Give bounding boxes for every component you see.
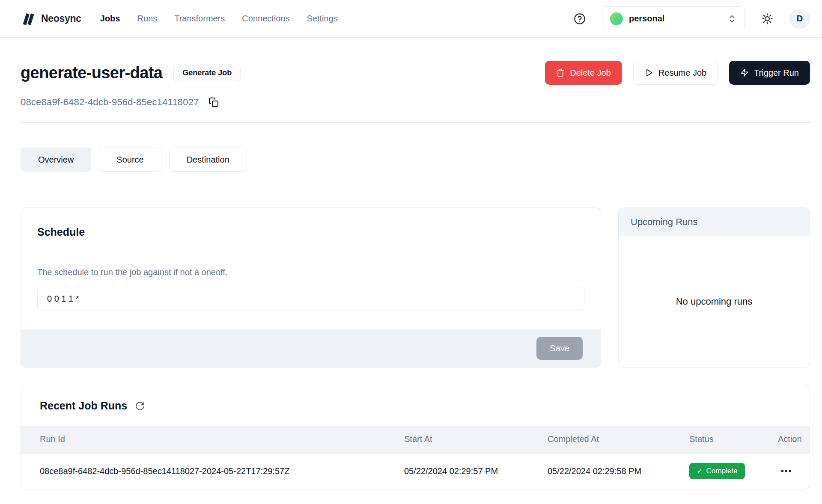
- no-upcoming-runs-message: No upcoming runs: [676, 296, 753, 307]
- job-id: 08ce8a9f-6482-4dcb-956d-85ec14118027: [21, 97, 199, 108]
- table-header-row: Run Id Start At Completed At Status Acti…: [21, 426, 810, 453]
- nav-item-connections[interactable]: Connections: [242, 14, 289, 24]
- upcoming-runs-body: No upcoming runs: [619, 236, 810, 367]
- column-run-id: Run Id: [21, 426, 404, 453]
- job-tabs: Overview Source Destination: [21, 148, 810, 172]
- page-header: generate-user-data Generate Job Delete J…: [21, 61, 810, 85]
- user-avatar[interactable]: D: [789, 9, 810, 29]
- column-completed-at: Completed At: [548, 426, 689, 453]
- play-icon: [645, 68, 653, 77]
- upcoming-runs-card: Upcoming Runs No upcoming runs: [618, 208, 810, 368]
- column-start-at: Start At: [404, 426, 548, 453]
- start-at-cell: 05/22/2024 02:29:57 PM: [404, 453, 548, 489]
- main-content: generate-user-data Generate Job Delete J…: [0, 61, 822, 489]
- sun-icon: [761, 13, 773, 25]
- navbar-right: personal D: [574, 6, 810, 31]
- account-avatar: [610, 12, 623, 25]
- trigger-run-button[interactable]: Trigger Run: [729, 61, 810, 85]
- tab-destination[interactable]: Destination: [169, 148, 247, 172]
- header-divider: [21, 122, 810, 123]
- resume-job-button[interactable]: Resume Job: [633, 61, 718, 85]
- upcoming-runs-header: Upcoming Runs: [619, 208, 810, 236]
- job-type-badge: Generate Job: [173, 64, 241, 82]
- chevrons-up-down-icon: [727, 14, 737, 24]
- nav-item-runs[interactable]: Runs: [137, 14, 157, 24]
- copy-job-id-button[interactable]: [208, 97, 219, 107]
- refresh-icon: [135, 401, 145, 411]
- save-button[interactable]: Save: [536, 337, 583, 360]
- page-title: generate-user-data: [21, 64, 162, 82]
- schedule-card-body: Schedule The schedule to run the job aga…: [21, 208, 601, 329]
- tab-overview[interactable]: Overview: [21, 148, 91, 172]
- help-circle-icon: [574, 13, 586, 25]
- lightning-icon: [740, 68, 749, 77]
- theme-toggle-button[interactable]: [761, 13, 773, 25]
- page-title-group: generate-user-data Generate Job: [21, 64, 241, 82]
- top-navbar: Neosync Jobs Runs Transformers Connectio…: [0, 0, 822, 38]
- job-id-row: 08ce8a9f-6482-4dcb-956d-85ec14118027: [21, 97, 810, 108]
- page-actions: Delete Job Resume Job Trigger Run: [545, 61, 810, 85]
- column-status: Status: [689, 426, 778, 453]
- help-button[interactable]: [574, 13, 586, 25]
- brand-name: Neosync: [41, 13, 81, 24]
- recent-job-runs-card: Recent Job Runs Run Id Start At Complete…: [21, 384, 810, 489]
- table-row: 08ce8a9f-6482-4dcb-956d-85ec14118027-202…: [21, 453, 810, 489]
- run-id-cell[interactable]: 08ce8a9f-6482-4dcb-956d-85ec14118027-202…: [21, 453, 404, 489]
- recent-job-runs-header: Recent Job Runs: [21, 384, 810, 426]
- refresh-runs-button[interactable]: [135, 401, 145, 411]
- schedule-description: The schedule to run the job against if n…: [37, 267, 584, 277]
- schedule-card-footer: Save: [21, 329, 601, 367]
- job-runs-table: Run Id Start At Completed At Status Acti…: [21, 426, 810, 489]
- account-switcher[interactable]: personal: [602, 6, 745, 31]
- column-action: Action: [778, 426, 810, 453]
- status-cell: ✓ Complete: [689, 453, 778, 489]
- recent-job-runs-title: Recent Job Runs: [40, 400, 127, 412]
- tab-source[interactable]: Source: [99, 148, 161, 172]
- delete-job-button[interactable]: Delete Job: [545, 61, 622, 85]
- nav-item-transformers[interactable]: Transformers: [174, 14, 225, 24]
- nav-item-jobs[interactable]: Jobs: [100, 14, 120, 24]
- brand[interactable]: Neosync: [21, 11, 81, 27]
- account-label: personal: [629, 14, 664, 24]
- action-cell: ⋯: [778, 453, 810, 489]
- schedule-title: Schedule: [37, 226, 584, 238]
- neosync-logo-icon: [21, 11, 36, 27]
- check-icon: ✓: [697, 467, 703, 475]
- status-badge: ✓ Complete: [689, 463, 745, 479]
- nav-item-settings[interactable]: Settings: [307, 14, 338, 24]
- overview-cards-row: Schedule The schedule to run the job aga…: [21, 208, 810, 368]
- schedule-card: Schedule The schedule to run the job aga…: [21, 208, 601, 368]
- row-actions-button[interactable]: ⋯: [780, 465, 792, 478]
- main-nav: Jobs Runs Transformers Connections Setti…: [100, 14, 338, 24]
- resume-job-label: Resume Job: [658, 68, 706, 78]
- delete-job-label: Delete Job: [570, 68, 611, 78]
- status-label: Complete: [706, 467, 738, 475]
- cron-schedule-input[interactable]: [37, 287, 584, 311]
- completed-at-cell: 05/22/2024 02:29:58 PM: [548, 453, 689, 489]
- copy-icon: [208, 97, 219, 107]
- trash-icon: [556, 68, 565, 77]
- trigger-run-label: Trigger Run: [754, 68, 799, 78]
